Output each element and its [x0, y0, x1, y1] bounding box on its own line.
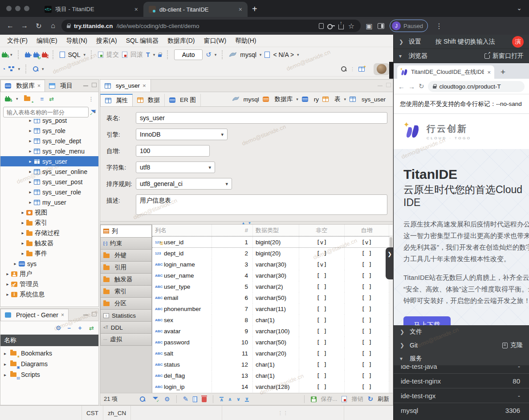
transaction-dropdown-icon[interactable]: ▾: [153, 52, 155, 57]
category-外键[interactable]: 外键: [100, 250, 152, 262]
cell-autoincrement[interactable]: [ ]: [345, 359, 389, 370]
cell-autoincrement[interactable]: [ ]: [345, 281, 389, 292]
cell-name[interactable]: ABCuser_type: [152, 281, 212, 292]
tree-item-sys[interactable]: ▸sys: [0, 258, 98, 269]
download-button[interactable]: 马上下载: [403, 316, 451, 325]
filter-funnel-icon[interactable]: [91, 109, 91, 115]
section-Git[interactable]: ❯Git克隆: [394, 339, 529, 352]
grid-header-#[interactable]: #: [212, 225, 253, 236]
cell-notnull[interactable]: [v]: [299, 237, 345, 247]
link-editor-icon[interactable]: ⇄: [49, 96, 54, 102]
cell-datatype[interactable]: varchar(30): [253, 259, 299, 270]
section-文件[interactable]: ❯文件: [394, 325, 529, 339]
notnull-checkbox[interactable]: [ ]: [317, 372, 327, 379]
table-filter-input[interactable]: [3, 107, 89, 117]
cell-autoincrement[interactable]: [ ]: [345, 259, 389, 270]
editor-tab-sys-user[interactable]: sys_user ×: [100, 80, 151, 92]
auto-commit-box[interactable]: Auto: [174, 49, 203, 60]
maximize-window-button[interactable]: [24, 6, 29, 11]
rollback-icon[interactable]: [122, 52, 127, 58]
cell-datatype[interactable]: varchar(20): [253, 348, 299, 359]
browser-tab-project[interactable]: <t> 项目 - TitanIDE ×: [39, 2, 143, 17]
history-icon[interactable]: ↺: [206, 51, 212, 59]
search-dropdown-icon[interactable]: ▾: [42, 67, 44, 71]
close-tab-icon[interactable]: ×: [239, 6, 242, 13]
browser-tab-db-client[interactable]: db-client - TitanIDE ×: [143, 2, 248, 17]
collapsed-panel-handle-top[interactable]: [389, 62, 394, 79]
tree-item-sys_post[interactable]: ▸sys_post: [0, 119, 98, 125]
field-select-4[interactable]: utf8_general_ci: [136, 178, 232, 190]
close-icon[interactable]: ×: [61, 312, 64, 318]
cell-datatype[interactable]: varchar(50): [253, 292, 299, 303]
expand-arrow-icon[interactable]: ▸: [4, 372, 9, 377]
menu-item[interactable]: 文件(F): [3, 37, 32, 45]
notnull-checkbox[interactable]: [v]: [317, 261, 327, 268]
tree-item-用户[interactable]: ▸用户: [0, 269, 98, 279]
cell-name[interactable]: ABCavatar: [152, 326, 212, 337]
inner-browser-tab[interactable]: ✦ TitanIDE_CloudIDE_在线IDE_ ×: [397, 65, 494, 79]
maximize-panel-icon[interactable]: [92, 83, 97, 87]
notnull-checkbox[interactable]: [ ]: [317, 283, 327, 290]
sidebar-icon[interactable]: [378, 23, 384, 29]
cell-autoincrement[interactable]: [ ]: [345, 348, 389, 359]
menu-item[interactable]: 导航(N): [62, 37, 92, 45]
grid-header-自增[interactable]: 自增: [345, 225, 389, 236]
breadcrumb-dropdown-icon[interactable]: ▾: [296, 97, 298, 101]
tree-item-索引[interactable]: ▸索引: [0, 218, 98, 228]
cell-datatype[interactable]: char(1): [253, 370, 299, 381]
column-view-icon[interactable]: [193, 396, 197, 402]
expand-arrow-icon[interactable]: ▸: [5, 282, 10, 287]
close-icon[interactable]: ×: [37, 83, 41, 89]
service-ide-test-java[interactable]: ide-test-java-: [394, 365, 529, 373]
minimize-panel-icon[interactable]: [83, 312, 88, 315]
new-connection-dropdown-icon[interactable]: ▾: [10, 52, 12, 57]
cell-ordinal[interactable]: 3: [212, 259, 253, 270]
cell-datatype[interactable]: varchar(11): [253, 303, 299, 315]
expand-arrow-icon[interactable]: ▸: [28, 169, 33, 174]
name-column-header[interactable]: 名称: [0, 335, 98, 346]
grid-settings-icon[interactable]: ⚙: [164, 396, 170, 403]
notnull-checkbox[interactable]: [ ]: [317, 384, 327, 390]
autoincrement-checkbox[interactable]: [ ]: [362, 250, 372, 257]
breadcrumb-label[interactable]: ry: [314, 96, 319, 103]
cell-autoincrement[interactable]: [ ]: [345, 337, 389, 348]
cell-ordinal[interactable]: 10: [212, 337, 253, 348]
first-row-icon[interactable]: ∧: [220, 397, 224, 402]
project-item-Diagrams[interactable]: ▸▣Diagrams: [0, 359, 98, 369]
cell-ordinal[interactable]: 14: [212, 381, 253, 392]
category-分区[interactable]: 分区: [100, 298, 152, 310]
cell-datatype[interactable]: varchar(50): [253, 337, 299, 348]
breadcrumb-dropdown-icon[interactable]: ▾: [344, 97, 346, 101]
cell-ordinal[interactable]: 9: [212, 326, 253, 337]
tab-project-general[interactable]: Project - Gener ×: [0, 309, 69, 321]
grid-row-dept_id[interactable]: 123dept_id2bigint(20)[ ][ ]: [152, 248, 393, 259]
minimize-panel-icon[interactable]: [83, 83, 88, 86]
cell-ordinal[interactable]: 11: [212, 348, 253, 359]
autoincrement-checkbox[interactable]: [ ]: [362, 317, 372, 323]
tree-item-sys_user_role[interactable]: ▸sys_user_role: [0, 187, 98, 197]
cell-datatype[interactable]: bigint(20): [253, 248, 299, 259]
refresh-button[interactable]: 刷新: [378, 395, 389, 403]
cell-notnull[interactable]: [ ]: [299, 326, 345, 337]
category-引用[interactable]: 引用: [100, 262, 152, 274]
autoincrement-checkbox[interactable]: [ ]: [362, 339, 372, 346]
field-text-0[interactable]: sys_user: [136, 112, 387, 124]
expand-arrow-icon[interactable]: ▸: [28, 190, 33, 194]
cell-autoincrement[interactable]: [ ]: [345, 292, 389, 303]
grid-header-数据类型[interactable]: 数据类型: [253, 225, 299, 236]
expand-arrow-icon[interactable]: ▸: [5, 271, 10, 276]
close-window-button[interactable]: [6, 6, 12, 11]
notnull-checkbox[interactable]: [ ]: [317, 339, 327, 346]
autoincrement-checkbox[interactable]: [ ]: [362, 272, 372, 279]
network-dropdown-icon[interactable]: ▾: [18, 67, 20, 71]
tree-item-sys_user_online[interactable]: ▸sys_user_online: [0, 166, 98, 177]
service-mysql[interactable]: mysql3306: [394, 403, 529, 417]
cell-datatype[interactable]: varchar(128): [253, 381, 299, 392]
expand-arrow-icon[interactable]: ▸: [28, 149, 33, 153]
grid-header-列名[interactable]: 列名: [152, 225, 212, 236]
history-dropdown-icon[interactable]: ▾: [215, 52, 217, 57]
cell-name[interactable]: ABCstatus: [152, 359, 212, 370]
cell-ordinal[interactable]: 2: [212, 248, 253, 259]
cell-notnull[interactable]: [ ]: [299, 248, 345, 259]
cell-datatype[interactable]: char(1): [253, 315, 299, 326]
